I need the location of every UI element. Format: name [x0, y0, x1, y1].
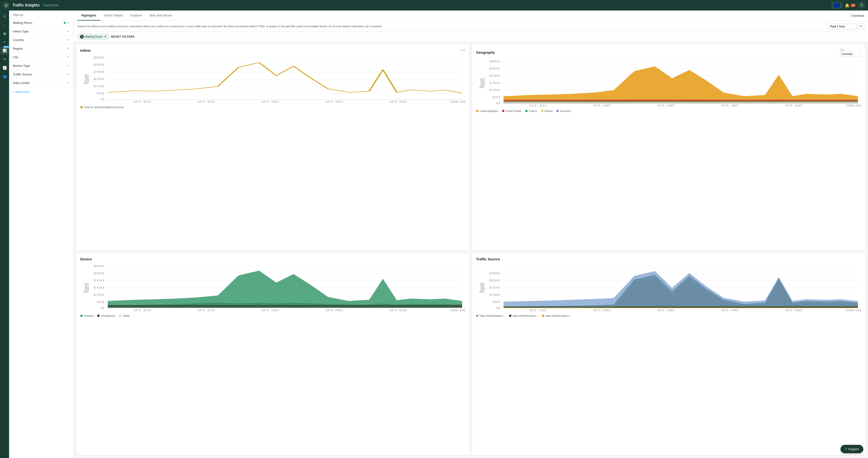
filter-device-type[interactable]: Device Type ▼	[9, 62, 73, 70]
main-layout: ☰ ⌂ ▣ ≡ 📊 BETA ⚙ 📈 👥 Filter by: Waiting …	[0, 10, 868, 458]
inflow-chart-legend: Total for selected Waiting Room(s)	[80, 106, 466, 108]
us-legend-label: United States	[506, 109, 521, 112]
eu-flag-button[interactable]: 🇪🇺	[832, 2, 842, 9]
traffic-source-chart-svg: 0 50 100 150 200 250 Requests	[476, 264, 861, 312]
ts2-legend-dot	[509, 315, 512, 317]
region-chevron: ▼	[67, 47, 69, 50]
ts3-legend-dot	[542, 315, 544, 317]
svg-text:08:00: 08:00	[846, 104, 861, 107]
tab-visitor-details[interactable]: Visitor Details	[100, 11, 127, 21]
sidebar-monitor-button[interactable]: ▣	[1, 30, 8, 37]
eu-flag-icon: 🇪🇺	[833, 3, 840, 8]
time-select[interactable]: Past 1 hour Past 6 hours Past 24 hours P…	[828, 24, 857, 29]
legend-desktop: Desktop	[80, 314, 93, 317]
filter-region-label: Region	[13, 47, 23, 51]
ie-legend-label: Ireland	[545, 109, 553, 112]
help-icon: ?	[861, 3, 863, 7]
geography-chart-container: 0 50 100 150 200 250 300 Requests	[476, 59, 861, 108]
svg-text:Requests: Requests	[82, 74, 90, 84]
legend-ie: Ireland	[541, 109, 553, 112]
filter-country[interactable]: Country ▼	[9, 36, 73, 44]
show-more-button[interactable]: + show more	[9, 87, 73, 96]
sidebar-list-button[interactable]: ≡	[1, 38, 8, 46]
utc-label: UTC	[461, 49, 466, 52]
filter-data-center-label: Data Center	[13, 81, 30, 85]
sidebar-menu-button[interactable]: ☰	[1, 12, 8, 20]
tab-bots-abuse[interactable]: Bots and Abuse	[146, 11, 175, 21]
fr-legend-dot	[525, 110, 528, 112]
sidebar-barchart-button[interactable]: 📈	[1, 64, 8, 72]
device-chart-card: Device 0 50 100	[76, 253, 469, 455]
tag-close-icon[interactable]: ✕	[104, 35, 106, 38]
notifications-button[interactable]: 🔔 12	[845, 3, 856, 8]
svg-text:50: 50	[97, 92, 104, 95]
filter-data-center[interactable]: Data Center ▼	[9, 79, 73, 87]
legend-uk: United Kingdom	[476, 109, 498, 112]
tabs: Highlights Visitor Details Explorer Bots…	[78, 11, 175, 21]
svg-text:07:40: 07:40	[721, 309, 739, 312]
legend-fr: France	[525, 109, 537, 112]
svg-text:150: 150	[93, 286, 104, 289]
svg-text:50: 50	[97, 301, 104, 303]
svg-text:200: 200	[93, 71, 104, 73]
smartphone-legend-dot	[97, 315, 100, 317]
svg-text:07:20: 07:20	[197, 100, 215, 103]
svg-text:100: 100	[93, 294, 104, 296]
svg-text:250: 250	[93, 64, 104, 66]
filter-traffic-source[interactable]: Traffic Source ▼	[9, 70, 73, 79]
desktop-legend-dot	[80, 315, 83, 317]
svg-text:07:30: 07:30	[657, 309, 675, 312]
help-button[interactable]: ?	[859, 2, 865, 9]
app-logo: Q	[3, 2, 9, 9]
sidebar-chart-button[interactable]: 📊 BETA	[1, 47, 8, 55]
app-title: Traffic Insights	[12, 3, 40, 7]
refresh-button[interactable]: ↻	[858, 23, 864, 29]
sidebar-settings-button[interactable]: ⚙	[1, 55, 8, 63]
uk-legend-label: United Kingdom	[479, 109, 498, 112]
filter-city-label: City	[13, 55, 18, 59]
ie-legend-dot	[541, 110, 544, 112]
device-chart-container: 0 50 100 150 200 250 300 Requests	[80, 264, 466, 313]
tab-explorer[interactable]: Explorer	[127, 11, 146, 21]
filter-waiting-room-label: Waiting Room	[13, 21, 32, 25]
geography-chart-card: Geography Type Countries Cities	[472, 45, 865, 250]
legend-us: United States	[502, 109, 521, 112]
filter-country-label: Country	[13, 38, 24, 42]
charts-grid: Inflow UTC 0 50	[73, 42, 868, 458]
svg-text:300: 300	[93, 265, 104, 268]
country-chevron: ▼	[67, 39, 69, 41]
inflow-legend-label: Total for selected Waiting Room(s)	[84, 106, 124, 108]
sidebar-home-button[interactable]: ⌂	[1, 21, 8, 29]
svg-text:07:40: 07:40	[721, 104, 739, 107]
svg-text:07:40: 07:40	[326, 309, 343, 312]
filter-tags-bar: 1 Waiting Room ✕ RESET FILTERS	[73, 32, 868, 42]
support-button[interactable]: ? Support	[840, 445, 863, 453]
de-legend-dot	[556, 110, 559, 112]
svg-text:0: 0	[100, 98, 104, 101]
filter-region[interactable]: Region ▼	[9, 44, 73, 53]
description-bar: Explore the inflow to your waiting room(…	[73, 21, 868, 32]
filter-inflow-type[interactable]: Inflow Type ▼	[9, 27, 73, 36]
sidebar-users-button[interactable]: 👥	[1, 72, 8, 80]
inflow-chart-svg: 0 50 100 150 200 250 300 Requests 07:10	[80, 55, 466, 103]
support-label: Support	[848, 447, 859, 451]
tag-label: Waiting Room	[85, 35, 103, 38]
waiting-room-active-dot	[64, 22, 66, 24]
tablet-legend-dot	[119, 315, 121, 317]
svg-text:200: 200	[489, 74, 500, 77]
tablet-legend-label: Tablet	[123, 314, 129, 317]
inflow-chart-header: Inflow UTC	[80, 48, 466, 53]
tab-highlights[interactable]: Highlights	[78, 11, 100, 21]
inflow-legend-item: Total for selected Waiting Room(s)	[80, 106, 124, 108]
ts1-legend-dot	[476, 315, 478, 317]
ts1-legend-label: https://ticketmasters...	[479, 314, 505, 317]
geography-type-select[interactable]: Countries Cities	[840, 52, 861, 56]
geography-chart-svg: 0 50 100 150 200 250 300 Requests	[476, 59, 861, 107]
svg-marker-36	[503, 103, 858, 103]
filter-city[interactable]: City ▼	[9, 53, 73, 62]
filter-waiting-room[interactable]: Waiting Room ▼	[9, 19, 73, 27]
svg-text:50: 50	[493, 96, 500, 99]
reset-filters-button[interactable]: RESET FILTERS	[111, 35, 135, 38]
desktop-legend-label: Desktop	[84, 314, 93, 317]
download-button[interactable]: ↓ Download	[849, 14, 864, 18]
